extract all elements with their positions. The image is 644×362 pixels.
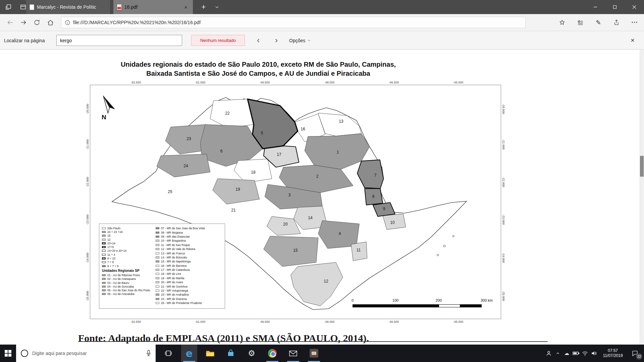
new-tab-button[interactable]: +	[197, 0, 211, 14]
scale-bar: 0100200300 km	[348, 298, 496, 312]
north-arrow: N	[95, 94, 122, 123]
onedrive-cloud-icon[interactable]: ☁	[562, 346, 571, 361]
taskbar-search-box[interactable]: Digite aqui para pesquisar	[16, 345, 156, 362]
legend-item: 02 - AU de Araraquara	[102, 277, 152, 281]
region-number-label: 14	[308, 216, 312, 220]
legend-swatch	[156, 294, 159, 296]
coordinate-label: -25.000	[86, 289, 89, 303]
taskbar-file-explorer-button[interactable]	[202, 345, 218, 362]
coast-islands	[437, 235, 454, 256]
add-favorite-star-icon[interactable]	[555, 16, 569, 29]
coordinate-label: -45.000	[451, 320, 466, 323]
legend-item: 8 + 7 + 9	[102, 264, 152, 268]
legend-item: 07 - MR de Sao Joao da Boa Vista	[156, 226, 222, 230]
region-number-label: 15	[293, 248, 298, 253]
map-figure: 1234567891011121314151617181920212223242…	[80, 81, 517, 329]
coordinate-label: -20.500	[502, 102, 505, 116]
chevron-down-icon	[307, 39, 311, 42]
set-tabs-aside-icon[interactable]	[3, 2, 13, 12]
tab-list-chevron-icon[interactable]	[211, 0, 223, 14]
legend-item: 12 - MR do Vale do Ribeira	[156, 247, 222, 251]
legend-item: 13 - MR de Franca	[156, 251, 222, 255]
minimize-button[interactable]	[586, 0, 605, 14]
folder-icon	[206, 349, 215, 357]
legend-item: 17 - MR de Catanduva	[156, 268, 222, 272]
find-options-button[interactable]: Opções	[289, 31, 311, 50]
legend-item: 12	[102, 238, 152, 241]
region-number-label: 24	[183, 164, 188, 168]
find-previous-button[interactable]: ‹	[252, 34, 264, 46]
legend-item: 05 - AU de Sao Jose do Rio Preto	[102, 288, 152, 292]
region-number-label: 10	[390, 220, 394, 225]
pdf-file-icon	[117, 4, 122, 10]
more-options-icon[interactable]: ···	[628, 16, 641, 29]
legend-swatch	[102, 289, 106, 291]
map-title: Unidades regionais do estado de São Paul…	[0, 60, 517, 78]
legend-swatch	[102, 246, 106, 248]
coordinate-label: -24.000	[86, 250, 89, 265]
hidden-icons-chevron-icon[interactable]	[553, 346, 562, 361]
taskbar-mail-button[interactable]	[285, 345, 301, 362]
legend-swatch	[156, 248, 159, 250]
battery-icon[interactable]	[571, 346, 580, 361]
taskbar-store-button[interactable]	[223, 345, 239, 362]
legend-swatch	[102, 278, 106, 280]
taskbar-chrome-button[interactable]	[264, 345, 280, 362]
people-icon[interactable]	[544, 346, 553, 361]
legend-item: 23 - MR de Andradina	[156, 293, 222, 297]
region-number-label: 12	[324, 279, 328, 284]
region-number-label: 21	[231, 208, 235, 213]
legend-item: 23+24	[102, 241, 152, 245]
microphone-icon[interactable]	[146, 350, 152, 357]
forward-button[interactable]	[17, 16, 30, 29]
start-button[interactable]	[0, 345, 16, 362]
edge-icon: e	[186, 348, 193, 359]
legend-item: São Paulo	[102, 226, 152, 230]
taskbar-edge-button[interactable]: e	[181, 345, 197, 362]
restore-button[interactable]	[605, 0, 625, 14]
share-icon[interactable]	[610, 16, 623, 29]
annotate-pen-icon[interactable]: ✎	[592, 16, 605, 29]
page-info-icon[interactable]	[65, 20, 70, 25]
favorites-hub-icon[interactable]	[574, 16, 587, 29]
region-number-label: 7	[374, 173, 377, 178]
taskbar-app-button[interactable]	[306, 345, 322, 362]
region-number-label: 20	[283, 222, 287, 227]
region-number-label: 13	[339, 119, 343, 124]
address-bar-input[interactable]: file:///D:/MARCALYC/RPP%20v.%2021%20n.%2…	[61, 17, 526, 28]
legend-swatch	[156, 277, 159, 279]
figure-source-caption: Fonte: Adaptado de EMPLASA (2011) e SMA …	[78, 333, 369, 344]
map-frame: 1234567891011121314151617181920212223242…	[90, 85, 501, 319]
coordinate-label: -51.000	[193, 320, 208, 323]
legend-swatch	[156, 227, 159, 229]
action-center-button[interactable]: 22	[627, 346, 643, 361]
speaker-icon[interactable]	[589, 346, 598, 361]
find-close-icon[interactable]: ×	[626, 31, 639, 50]
clock-date: 11/07/2019	[598, 353, 627, 358]
tab-title: Marcalyc - Revista de Polític	[37, 4, 107, 10]
refresh-button[interactable]	[30, 16, 44, 29]
coordinate-label: -20.500	[86, 102, 89, 116]
find-next-button[interactable]: ›	[270, 34, 282, 46]
taskbar-settings-button[interactable]: ⚙	[244, 345, 260, 362]
tab-close-icon[interactable]: ×	[182, 4, 190, 10]
tab-marcalyc[interactable]: Marcalyc - Revista de Polític	[26, 0, 111, 14]
legend-swatch	[156, 290, 159, 292]
network-wifi-icon[interactable]	[580, 346, 589, 361]
home-button[interactable]	[44, 16, 57, 29]
close-window-button[interactable]	[625, 0, 644, 14]
scrollbar-thumb[interactable]	[640, 156, 644, 177]
find-input[interactable]	[56, 35, 182, 46]
legend-item: 08 - MR Mogiana	[156, 230, 222, 234]
legend-item: 15 - MR de Itapetininga	[156, 259, 222, 263]
taskbar-clock[interactable]: 07:57 11/07/2019	[598, 348, 627, 358]
legend-item: 10 - MR Bragantina	[156, 239, 222, 243]
back-button[interactable]	[3, 16, 17, 29]
task-view-button[interactable]	[160, 345, 176, 362]
legend-swatch	[156, 256, 159, 258]
tab-16-pdf[interactable]: 16.pdf ×	[113, 0, 193, 14]
region-number-label: 16	[301, 127, 305, 131]
page-divider-line	[78, 341, 548, 342]
coordinate-label: -48.000	[322, 320, 337, 323]
vertical-scrollbar[interactable]	[640, 50, 644, 345]
